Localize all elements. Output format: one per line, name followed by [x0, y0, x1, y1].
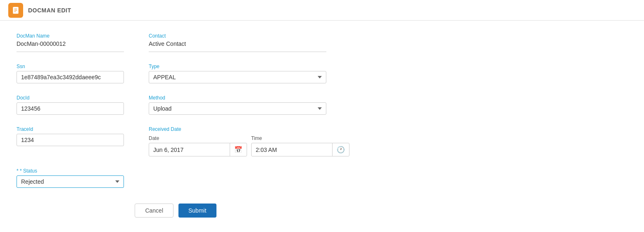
traceid-field: TraceId: [17, 126, 124, 156]
date-label: Date: [149, 135, 247, 141]
type-select[interactable]: APPEAL CLAIM OTHER: [149, 71, 326, 83]
clock-icon[interactable]: 🕐: [332, 143, 349, 156]
docman-name-value: DocMan-00000012: [17, 40, 124, 52]
contact-label: Contact: [149, 33, 326, 39]
type-label: Type: [149, 64, 326, 69]
date-time-row: Date 📅 Time 🕐: [149, 135, 326, 156]
row-4: TraceId Received Date Date 📅 Time 🕐: [17, 126, 335, 156]
row-3: DocId Method Upload Mail Fax In Person: [17, 95, 335, 115]
docman-name-label: DocMan Name: [17, 33, 124, 39]
contact-field: Contact Active Contact: [149, 33, 326, 52]
row-5-right: [149, 168, 326, 188]
type-field: Type APPEAL CLAIM OTHER: [149, 64, 326, 83]
row-2: Ssn Type APPEAL CLAIM OTHER: [17, 64, 335, 83]
status-select[interactable]: Rejected Pending Approved Active: [17, 175, 124, 188]
time-input[interactable]: [252, 144, 332, 156]
traceid-label: TraceId: [17, 126, 124, 132]
row-5: * Status Rejected Pending Approved Activ…: [17, 168, 335, 188]
time-field: Time 🕐: [251, 135, 349, 156]
app-header: DOCMAN EDIT: [0, 0, 644, 21]
form-actions: Cancel Submit: [17, 199, 335, 218]
docid-label: DocId: [17, 95, 124, 101]
submit-button[interactable]: Submit: [178, 204, 216, 218]
status-field: * Status Rejected Pending Approved Activ…: [17, 168, 124, 188]
ssn-input[interactable]: [17, 71, 124, 83]
calendar-icon[interactable]: 📅: [230, 143, 247, 156]
traceid-input[interactable]: [17, 134, 124, 146]
ssn-label: Ssn: [17, 64, 124, 69]
docman-icon: [12, 6, 20, 14]
received-date-section: Received Date Date 📅 Time 🕐: [149, 126, 326, 156]
contact-value: Active Contact: [149, 40, 326, 52]
time-label: Time: [251, 135, 349, 141]
received-date-label: Received Date: [149, 126, 326, 132]
ssn-field: Ssn: [17, 64, 124, 83]
app-icon: [8, 3, 23, 18]
status-label: * Status: [17, 168, 124, 174]
docid-field: DocId: [17, 95, 124, 115]
docman-name-field: DocMan Name DocMan-00000012: [17, 33, 124, 52]
date-input[interactable]: [149, 144, 230, 156]
date-field: Date 📅: [149, 135, 247, 156]
row-1: DocMan Name DocMan-00000012 Contact Acti…: [17, 33, 335, 52]
method-select[interactable]: Upload Mail Fax In Person: [149, 102, 326, 115]
docid-input[interactable]: [17, 102, 124, 115]
date-input-wrapper: 📅: [149, 143, 247, 156]
form-container: DocMan Name DocMan-00000012 Contact Acti…: [0, 21, 351, 230]
method-field: Method Upload Mail Fax In Person: [149, 95, 326, 115]
time-input-wrapper: 🕐: [251, 143, 349, 156]
method-label: Method: [149, 95, 326, 101]
cancel-button[interactable]: Cancel: [135, 204, 173, 218]
page-title: DOCMAN EDIT: [28, 7, 71, 14]
